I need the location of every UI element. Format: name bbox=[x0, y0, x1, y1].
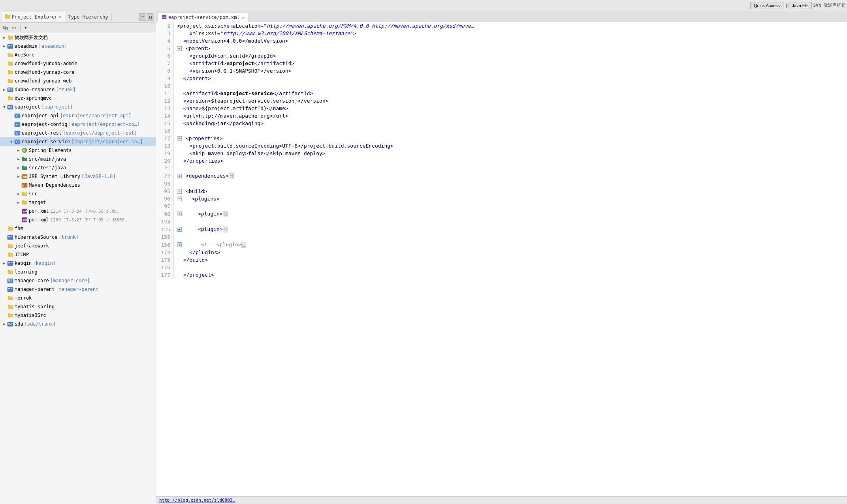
code-125: <plugin>□ bbox=[183, 225, 228, 233]
tree-item-eaproject-rest[interactable]: M eaproject-rest [eaproject/eaproject-re… bbox=[0, 129, 156, 137]
expand-mybatis-spring bbox=[2, 304, 7, 309]
tree-item-manager-core[interactable]: manager-core [manager-core] bbox=[0, 276, 156, 285]
expand-aceadmin[interactable]: ▶ bbox=[2, 43, 7, 49]
tree-item-dubbo[interactable]: ▶ dubbo-resource [trunk] bbox=[0, 85, 156, 94]
svg-rect-72 bbox=[8, 279, 13, 283]
code-6: <groupId>com.sunld</groupId> bbox=[177, 52, 276, 60]
tree-item-spring-elements[interactable]: ▶ S Spring Elements bbox=[0, 146, 156, 155]
fold-icon-17[interactable]: − bbox=[177, 136, 182, 141]
tree-item-maven-deps[interactable]: M Maven Dependencies bbox=[0, 181, 156, 189]
tree-item-crowdfund-web[interactable]: crowdfund-yundao-web bbox=[0, 77, 156, 85]
project-icon-eaproject-rest: M bbox=[14, 130, 21, 136]
line-num-175: 175 bbox=[156, 256, 174, 264]
folded-plugin-2[interactable]: □ bbox=[223, 227, 228, 232]
expand-src[interactable]: ▶ bbox=[16, 191, 21, 197]
minimize-button[interactable]: ─ bbox=[139, 13, 146, 21]
editor-tab-close[interactable]: ✕ bbox=[242, 15, 245, 20]
fold-icon-95[interactable]: − bbox=[177, 189, 182, 194]
tree-item-mybatis3src[interactable]: mybatis3Src bbox=[0, 311, 156, 320]
expand-wlw[interactable]: ▶ bbox=[2, 35, 7, 40]
expand-src-test-java[interactable]: ▶ bbox=[16, 165, 21, 170]
collapse-all-button[interactable] bbox=[2, 24, 9, 32]
code-editor[interactable]: 2 <project xsi:schemaLocation="http://ma… bbox=[156, 22, 847, 496]
fold-icon-22[interactable]: + bbox=[177, 174, 182, 178]
expand-eaproject[interactable]: ▼ bbox=[2, 104, 7, 110]
expand-sda[interactable]: ▶ bbox=[2, 321, 7, 327]
tree-item-crowdfund-admin[interactable]: crowdfund-yundao-admin bbox=[0, 59, 156, 68]
tab-type-hierarchy-label: Type Hierarchy bbox=[68, 14, 108, 20]
project-icon-manager-parent bbox=[7, 286, 13, 292]
fold-icon-156[interactable]: + bbox=[177, 242, 182, 247]
tree-item-pom-xml-2[interactable]: xml pom.xml 1209 17-3-23 下午7:05 sld8803… bbox=[0, 215, 156, 224]
code-line-124: 124 bbox=[156, 218, 847, 225]
link-editor-button[interactable] bbox=[10, 24, 18, 32]
tree-item-crowdfund-core[interactable]: crowdfund-yundao-core bbox=[0, 68, 156, 77]
tree-item-jeeframework[interactable]: jeeframework bbox=[0, 242, 156, 250]
expand-jre[interactable]: ▶ bbox=[16, 174, 21, 179]
tab-project-explorer-close[interactable]: ✕ bbox=[59, 15, 62, 19]
extra-eaproject-api: [eaproject/eaproject-api] bbox=[60, 113, 132, 118]
tree-item-jre[interactable]: ▶ JRE JRE System Library [JavaSE-1.8] bbox=[0, 172, 156, 181]
fold-icon-96[interactable]: − bbox=[177, 197, 182, 201]
folded-plugin-1[interactable]: □ bbox=[223, 211, 228, 217]
label-mybatis-spring: mybatis-spring bbox=[15, 304, 55, 309]
project-icon-eaproject-config: M bbox=[14, 121, 21, 127]
tree-item-src-main-java[interactable]: ▶ src/main/java bbox=[0, 155, 156, 163]
tree-item-src-test-java[interactable]: ▶ src/test/java bbox=[0, 163, 156, 172]
tab-project-explorer[interactable]: Project Explorer ✕ bbox=[2, 12, 65, 22]
tree-item-jtcmp[interactable]: JTCMP bbox=[0, 250, 156, 259]
status-url[interactable]: http://blog.csdn.net/sld8803… bbox=[159, 498, 235, 503]
file-info-pom2: 1209 17-3-23 下午7:05 sld8803… bbox=[51, 217, 127, 223]
tree-item-eaproject-api[interactable]: M eaproject-api [eaproject/eaproject-api… bbox=[0, 111, 156, 120]
expand-target[interactable]: ▶ bbox=[16, 200, 21, 205]
line-num-155: 155 bbox=[156, 233, 174, 241]
tree-item-merrok[interactable]: merrok bbox=[0, 294, 156, 302]
svg-rect-73 bbox=[8, 279, 10, 281]
expand-dubbo[interactable]: ▶ bbox=[2, 87, 7, 92]
tree-item-learning[interactable]: learning bbox=[0, 268, 156, 276]
tree-item-fhm[interactable]: fhm bbox=[0, 224, 156, 233]
folded-dependencies[interactable]: □ bbox=[229, 173, 234, 179]
folded-plugin-3[interactable]: □ bbox=[241, 242, 247, 248]
expand-pom-2 bbox=[16, 217, 21, 223]
code-line-19: 19 <skip_maven_deploy>false</skip_maven_… bbox=[156, 150, 847, 157]
tree-item-eaproject-service[interactable]: ▼ M eaproject-service [eaproject/eaproje… bbox=[0, 137, 156, 146]
tree-item-sda[interactable]: ▶ sda [sda/trunk] bbox=[0, 320, 156, 328]
fold-icon-125[interactable]: + bbox=[177, 227, 182, 232]
tree-item-mybatis-spring[interactable]: mybatis-spring bbox=[0, 302, 156, 311]
tree-item-pom-xml-1[interactable]: xml pom.xml 1214 17-3-24 上午8:50 sld8… bbox=[0, 207, 156, 215]
java-ee-button[interactable]: Java EE bbox=[789, 2, 812, 9]
fold-icon-5[interactable]: − bbox=[177, 46, 182, 51]
tree-item-manager-parent[interactable]: manager-parent [manager-parent] bbox=[0, 285, 156, 294]
expand-kaoqin[interactable]: ▶ bbox=[2, 260, 7, 266]
code-10 bbox=[177, 82, 180, 90]
tree-item-target[interactable]: ▶ target bbox=[0, 198, 156, 207]
tree-item-kaoqin[interactable]: ▶ kaoqin [kaoqin] bbox=[0, 259, 156, 268]
expand-spring-elements[interactable]: ▶ bbox=[16, 148, 21, 153]
editor-tab-pom[interactable]: xml eaproject-service/pom.xml ✕ bbox=[158, 13, 249, 22]
tree-item-src[interactable]: ▶ src bbox=[0, 189, 156, 198]
fold-icon-98[interactable]: + bbox=[177, 212, 182, 216]
expand-src-main-java[interactable]: ▶ bbox=[16, 156, 21, 162]
tree-item-aceadmin[interactable]: ▶ aceadmin [aceadmin] bbox=[0, 42, 156, 51]
folder-tab-icon bbox=[5, 13, 10, 19]
expand-eaproject-service[interactable]: ▼ bbox=[9, 139, 14, 144]
tab-type-hierarchy[interactable]: Type Hierarchy bbox=[65, 13, 112, 21]
tree-item-eaproject[interactable]: ▼ eaproject [eaproject] bbox=[0, 103, 156, 111]
code-view: 2 <project xsi:schemaLocation="http://ma… bbox=[156, 22, 847, 279]
tree-item-eaproject-config[interactable]: M eaproject-config [eaproject/eaproject-… bbox=[0, 120, 156, 129]
project-tree[interactable]: ▶ 物联网开发文档 ▶ aceadmin [aceadmin] AceSure bbox=[0, 33, 156, 504]
code-3-indent: xmlns:xsi=" bbox=[177, 30, 223, 37]
extra-manager-parent: [manager-parent] bbox=[56, 287, 102, 292]
tree-item-wlw[interactable]: ▶ 物联网开发文档 bbox=[0, 33, 156, 42]
view-menu-button[interactable]: ▾ bbox=[22, 24, 30, 32]
quick-access-button[interactable]: Quick Access bbox=[750, 2, 783, 9]
svg-rect-2 bbox=[4, 26, 6, 28]
tree-item-acesure[interactable]: AceSure bbox=[0, 51, 156, 59]
maximize-button[interactable]: □ bbox=[147, 13, 154, 21]
project-icon-eaproject-service: M bbox=[14, 139, 21, 145]
svg-rect-22 bbox=[11, 88, 12, 90]
tree-item-dwz[interactable]: dwz-springmvc bbox=[0, 94, 156, 103]
svg-rect-69 bbox=[8, 264, 12, 264]
tree-item-hibernate[interactable]: hibernateSource [trunk] bbox=[0, 233, 156, 242]
